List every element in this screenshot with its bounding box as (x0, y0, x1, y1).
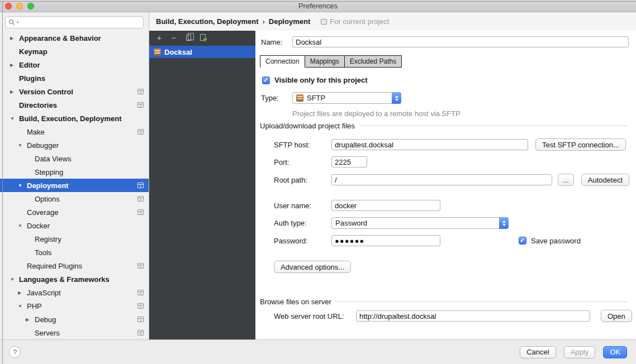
project-badge-icon (137, 129, 144, 135)
auth-type-select[interactable]: Password (331, 217, 509, 229)
search-options-chevron-icon[interactable]: ▾ (17, 20, 19, 25)
sidebar-item-registry[interactable]: Registry (0, 232, 149, 246)
chevron-down-icon[interactable] (10, 116, 15, 121)
open-button[interactable]: Open (601, 310, 632, 322)
main-column: Build, Execution, Deployment › Deploymen… (149, 12, 636, 339)
port-input[interactable] (331, 156, 367, 167)
help-button[interactable]: ? (9, 346, 21, 358)
project-badge-icon (137, 209, 144, 215)
chevron-right-icon[interactable] (26, 317, 29, 322)
chevron-right-icon[interactable] (10, 63, 13, 68)
root-path-label: Root path: (274, 176, 331, 184)
sidebar-item-appearance-behavior[interactable]: Appearance & Behavior (0, 31, 149, 45)
sidebar-item-required-plugins[interactable]: Required Plugins (0, 259, 149, 272)
remove-server-button[interactable] (170, 33, 178, 42)
breadcrumb: Build, Execution, Deployment › Deploymen… (149, 12, 636, 31)
sidebar-item-make[interactable]: Make (0, 125, 149, 138)
save-password-label[interactable]: Save password (531, 237, 581, 245)
sidebar-item-servers[interactable]: Servers (0, 326, 149, 339)
chevron-right-icon[interactable] (18, 290, 21, 295)
panes: Docksal Name: Connection Mappings Exclud… (149, 31, 636, 339)
close-button[interactable] (5, 3, 12, 9)
minimize-button[interactable] (16, 3, 23, 9)
copy-icon (186, 35, 191, 41)
sidebar-item-javascript[interactable]: JavaScript (0, 286, 149, 299)
sidebar-item-label: Version Control (19, 88, 73, 96)
chevron-down-icon[interactable] (18, 223, 22, 228)
sidebar-item-options[interactable]: Options (0, 192, 149, 205)
sidebar-item-label: Debugger (27, 141, 59, 150)
chevron-right-icon[interactable] (10, 89, 13, 94)
sidebar-item-label: Languages & Frameworks (19, 275, 110, 284)
test-sftp-connection-button[interactable]: Test SFTP connection... (535, 138, 626, 151)
copy-server-button[interactable] (184, 33, 192, 42)
advanced-options-button[interactable]: Advanced options... (274, 261, 351, 273)
type-select[interactable]: SFTP (292, 92, 401, 104)
web-root-url-input[interactable] (356, 310, 590, 322)
sidebar-item-keymap[interactable]: Keymap (0, 45, 149, 58)
tab-connection[interactable]: Connection (260, 55, 305, 68)
tab-mappings[interactable]: Mappings (305, 55, 345, 68)
sidebar-item-label: Coverage (27, 208, 58, 217)
root-path-input[interactable] (331, 174, 552, 185)
ok-button[interactable]: OK (603, 346, 627, 358)
user-name-label: User name: (274, 202, 331, 210)
sidebar-item-deployment[interactable]: Deployment (0, 179, 149, 192)
chevron-down-icon[interactable] (18, 304, 22, 309)
breadcrumb-item-current: Deployment (269, 17, 310, 26)
add-server-button[interactable] (155, 33, 163, 42)
section-divider (336, 301, 628, 302)
sidebar-item-directories[interactable]: Directories (0, 98, 149, 112)
sidebar-item-stepping[interactable]: Stepping (0, 165, 149, 179)
chevron-right-icon[interactable] (10, 36, 13, 41)
sidebar-item-build-execution-deployment[interactable]: Build, Execution, Deployment (0, 112, 149, 125)
sidebar-item-version-control[interactable]: Version Control (0, 85, 149, 98)
project-badge-icon (137, 196, 144, 202)
server-list: Docksal (149, 44, 255, 339)
sftp-server-icon (154, 49, 161, 56)
chevron-down-icon[interactable] (10, 277, 15, 282)
sidebar-item-tools[interactable]: Tools (0, 246, 149, 259)
password-input[interactable] (331, 235, 440, 246)
settings-search-input[interactable] (21, 18, 140, 26)
search-box[interactable]: ▾ (5, 16, 144, 28)
autodetect-button[interactable]: Autodetect (581, 174, 629, 186)
browse-root-path-button[interactable]: ... (558, 174, 574, 186)
sidebar-item-php[interactable]: PHP (0, 299, 149, 313)
sidebar-item-coverage[interactable]: Coverage (0, 205, 149, 219)
sidebar-item-data-views[interactable]: Data Views (0, 152, 149, 165)
save-password-checkbox[interactable] (519, 237, 526, 245)
breadcrumb-item[interactable]: Build, Execution, Deployment (156, 17, 258, 26)
name-input[interactable] (292, 36, 629, 47)
sidebar-item-label: Servers (35, 329, 60, 337)
sidebar-item-languages-frameworks[interactable]: Languages & Frameworks (0, 272, 149, 286)
browse-section-label: Browse files on server (260, 298, 331, 306)
breadcrumb-separator: › (262, 17, 264, 26)
visible-only-label[interactable]: Visible only for this project (274, 76, 368, 84)
server-toolbar (149, 31, 255, 44)
sidebar-item-editor[interactable]: Editor (0, 58, 149, 71)
server-name: Docksal (164, 48, 192, 56)
section-divider (359, 126, 628, 126)
cancel-button[interactable]: Cancel (520, 346, 556, 358)
tab-excluded-paths[interactable]: Excluded Paths (344, 55, 402, 68)
apply-button[interactable]: Apply (564, 346, 596, 358)
sftp-host-input[interactable] (331, 139, 528, 150)
search-wrap: ▾ (0, 12, 149, 31)
sidebar-item-debugger[interactable]: Debugger (0, 138, 149, 152)
user-name-input[interactable] (331, 200, 440, 211)
sidebar-item-plugins[interactable]: Plugins (0, 71, 149, 85)
zoom-button[interactable] (27, 3, 34, 9)
visible-only-checkbox[interactable] (262, 76, 270, 84)
sidebar-item-label: JavaScript (27, 289, 61, 297)
preferences-window: Preferences ▾ Appearance & Behavior Keym… (0, 0, 636, 364)
paste-server-button[interactable] (199, 33, 207, 42)
type-label: Type: (261, 94, 292, 102)
sidebar-item-label: Debug (35, 315, 56, 324)
chevron-down-icon[interactable] (18, 183, 22, 188)
chevron-down-icon[interactable] (18, 143, 22, 148)
server-list-item[interactable]: Docksal (149, 46, 255, 58)
sidebar-item-debug[interactable]: Debug (0, 313, 149, 326)
sidebar-item-label: Tools (35, 248, 51, 257)
sidebar-item-docker[interactable]: Docker (0, 219, 149, 232)
